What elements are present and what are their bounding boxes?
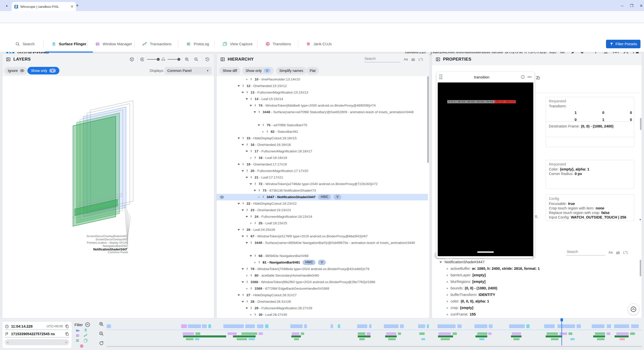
trace-entry-segment[interactable]: [358, 335, 371, 337]
hierarchy-node-82[interactable]: 82 - StatusBar#82: [217, 128, 428, 135]
expand-arrow-icon[interactable]: [254, 190, 256, 191]
minimize-icon[interactable]: —: [528, 75, 532, 79]
trace-entry-segment[interactable]: [398, 332, 401, 335]
pin-icon[interactable]: [250, 274, 253, 277]
trace-entry-segment[interactable]: [438, 332, 451, 335]
expand-arrow-icon[interactable]: [237, 85, 240, 87]
hierarchy-node-3368[interactable]: 3368 - WindowToken{f6b2f60 type=2024 and…: [217, 279, 428, 285]
pin-icon[interactable]: [250, 241, 253, 244]
hierarchy-node-12[interactable]: 12 - OneHanded:15:15#12: [217, 83, 428, 89]
trace-entry-segment[interactable]: [107, 324, 111, 328]
trace-entry-segment[interactable]: [181, 324, 187, 328]
properties-scrollbar[interactable]: [640, 118, 641, 130]
timeline-hscrollbar[interactable]: [107, 346, 642, 347]
tab-jank-cujs[interactable]: Jank CUJs: [299, 36, 338, 52]
expand-arrow-icon[interactable]: [237, 164, 240, 165]
trace-entry-segment[interactable]: [616, 332, 629, 335]
hierarchy-node-3447[interactable]: 3447 - NotificationShade#3447HWCV: [217, 194, 428, 200]
trace-entry-segment[interactable]: [615, 335, 628, 337]
expand-arrow-icon[interactable]: [237, 203, 240, 204]
trace-entry-segment[interactable]: [367, 332, 371, 335]
trace-entry-segment[interactable]: [357, 324, 367, 328]
trace-entry-segment[interactable]: [294, 338, 299, 340]
match-case-toggle[interactable]: Aa: [404, 57, 408, 61]
hierarchy-node-75[interactable]: 75 - ed70f88 StatusBar#75: [217, 122, 428, 128]
human-time-row[interactable]: 11:04:14.228 UTC+00:00: [5, 323, 69, 330]
property-item-activeBuffer[interactable]: activeBuffer:w: 1080, h: 2400, stride: 2…: [446, 265, 638, 272]
trace-entry-segment[interactable]: [577, 324, 581, 328]
simplify-names-toggle[interactable]: Simplify names: [276, 67, 307, 74]
trace-entry-segment[interactable]: [526, 324, 530, 328]
tab-view-capture[interactable]: View Capture: [216, 36, 259, 52]
expand-arrow-icon[interactable]: [250, 183, 252, 185]
pin-icon[interactable]: [246, 280, 249, 284]
match-case-toggle[interactable]: Aa: [609, 250, 613, 254]
hierarchy-node-10[interactable]: 10 - ImePlaceholder:13:14#10: [217, 76, 428, 83]
expand-arrow-icon[interactable]: [250, 105, 252, 106]
trace-entry-segment[interactable]: [546, 335, 562, 337]
tab-transitions[interactable]: Transitions: [259, 36, 298, 52]
hierarchy-node-80[interactable]: 80 - ace6abb SecondaryHomeHandle0#80: [217, 272, 428, 279]
drag-handle-icon[interactable]: [439, 74, 443, 79]
hierarchy-node-15[interactable]: 15 - HideDisplayCutout:16:16#15: [217, 135, 428, 142]
hierarchy-node-3449[interactable]: 3449 - Surface(name=885b63e NavigationBa…: [217, 240, 428, 253]
hierarchy-node-74[interactable]: 74 - WindowToken{fdddbe6 type=2000 andro…: [217, 102, 428, 109]
expand-arrow-icon[interactable]: [242, 144, 244, 146]
expand-arrow-icon[interactable]: [246, 151, 248, 152]
hierarchy-node-19[interactable]: 19 - OneHanded:17:17#19: [217, 161, 428, 168]
collapse-panel-icon[interactable]: [6, 57, 11, 62]
tab-close-icon[interactable]: ✕: [70, 5, 73, 9]
timeline-cursor[interactable]: [561, 321, 562, 345]
ns-time-row[interactable]: 1715339054227572545 ns: [5, 331, 69, 337]
trace-entry-segment[interactable]: [265, 324, 268, 328]
property-item-dataspace[interactable]: dataspace:BT709 sRGB Full range: [446, 318, 638, 318]
hierarchy-node-67[interactable]: 67 - WindowToken{e5176f9 type=2019 andro…: [217, 233, 428, 240]
hierarchy-node-26[interactable]: 26 - Leaf:24:25#26: [217, 227, 428, 233]
pin-icon[interactable]: [242, 202, 245, 205]
trace-entry-segment[interactable]: [597, 338, 605, 340]
trace-entry-segment[interactable]: [291, 335, 301, 337]
filter-control[interactable]: Filter: [74, 322, 90, 327]
expand-arrow-icon[interactable]: [242, 301, 244, 302]
pin-icon[interactable]: [242, 293, 245, 297]
trace-entry-segment[interactable]: [400, 324, 404, 328]
expand-arrow-icon[interactable]: [242, 236, 244, 237]
window-maximize-button[interactable]: ❐: [629, 3, 634, 9]
trace-entry-segment[interactable]: [457, 324, 462, 328]
hierarchy-node-21[interactable]: 21 - Leaf:17:17#21: [217, 174, 428, 181]
resize-handle-icon[interactable]: [531, 254, 534, 258]
expand-arrow-icon[interactable]: [237, 294, 240, 296]
trace-entry-segment[interactable]: [358, 332, 365, 335]
pin-icon[interactable]: [262, 195, 265, 199]
trace-entry-segment[interactable]: [202, 324, 207, 328]
copy-icon[interactable]: [65, 324, 69, 329]
tab-window-manager[interactable]: Window Manager: [89, 36, 139, 52]
expand-arrow-icon[interactable]: [258, 124, 260, 126]
trace-entry-segment[interactable]: [386, 332, 396, 335]
info-icon[interactable]: [520, 75, 525, 79]
zoom-out-icon[interactable]: [194, 57, 199, 62]
property-item-barrierLayer[interactable]: barrierLayer:[empty]: [446, 272, 638, 278]
hierarchy-node-81[interactable]: 81 - NavigationBar0#81HWCV: [217, 259, 428, 266]
pin-icon[interactable]: [242, 163, 245, 166]
hierarchy-node-20[interactable]: 20 - FullscreenMagnification:17:17#20: [217, 168, 428, 174]
pin-icon[interactable]: [258, 261, 261, 264]
trace-entry-segment[interactable]: [592, 324, 605, 328]
pin-icon[interactable]: [246, 169, 249, 172]
spacing-slider[interactable]: [168, 59, 179, 60]
expand-arrow-icon[interactable]: [242, 92, 244, 93]
trace-entry-segment[interactable]: [569, 332, 572, 335]
trace-entry-segment[interactable]: [607, 332, 611, 335]
hierarchy-node-23[interactable]: 23 - OneHanded:18:23#23: [217, 207, 428, 213]
new-tab-button[interactable]: +: [74, 3, 80, 9]
pin-icon[interactable]: [254, 156, 257, 159]
trace-entry-segment[interactable]: [388, 338, 396, 340]
hierarchy-node-30[interactable]: 30 - Leaf:26:27#30: [217, 312, 428, 318]
pin-icon[interactable]: [254, 104, 257, 107]
trace-entry-segment[interactable]: [331, 324, 333, 328]
pin-icon[interactable]: [254, 254, 257, 257]
scroll-to-top-button[interactable]: [628, 303, 639, 315]
hierarchy-node-68[interactable]: 68 - 885b63e NavigationBar0#68: [217, 253, 428, 259]
timeline-zoom-out-icon[interactable]: [99, 331, 104, 336]
show-only-visible-toggle[interactable]: Show onlyV: [27, 67, 59, 74]
